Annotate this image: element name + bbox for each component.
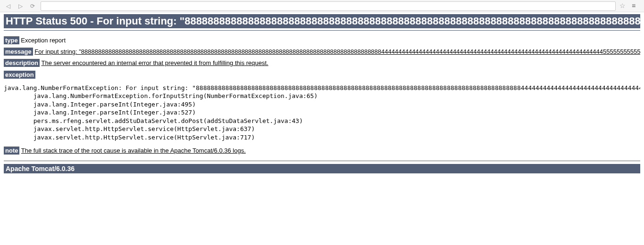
back-button[interactable]: ◁ bbox=[4, 2, 12, 10]
divider-bottom bbox=[4, 161, 640, 161]
menu-icon[interactable]: ≡ bbox=[632, 2, 640, 10]
bookmark-icon[interactable]: ☆ bbox=[619, 2, 628, 10]
server-footer: Apache Tomcat/6.0.36 bbox=[4, 164, 640, 173]
exception-trace: java.lang.NumberFormatException: For inp… bbox=[4, 84, 640, 142]
url-bar[interactable] bbox=[41, 1, 616, 11]
status-title: HTTP Status 500 - For input string: "888… bbox=[4, 14, 640, 28]
error-page: HTTP Status 500 - For input string: "888… bbox=[0, 12, 644, 175]
reload-button[interactable]: ⟳ bbox=[28, 2, 37, 10]
browser-chrome: ◁ ▷ ⟳ ☆ ≡ bbox=[0, 0, 644, 12]
type-label: type bbox=[4, 36, 19, 44]
message-line: message For input string: "8888888888888… bbox=[4, 48, 640, 56]
message-label: message bbox=[4, 48, 33, 56]
type-line: type Exception report bbox=[4, 36, 640, 45]
exception-label: exception bbox=[4, 71, 35, 79]
message-text: For input string: "888888888888888888888… bbox=[34, 48, 640, 55]
description-text: The server encountered an internal error… bbox=[41, 59, 268, 66]
divider bbox=[4, 30, 640, 31]
exception-line: exception bbox=[4, 71, 640, 79]
type-text: Exception report bbox=[21, 37, 66, 44]
description-label: description bbox=[4, 59, 40, 67]
note-text: The full stack trace of the root cause i… bbox=[21, 147, 246, 154]
note-label: note bbox=[4, 147, 19, 155]
forward-button[interactable]: ▷ bbox=[16, 2, 25, 10]
note-line: note The full stack trace of the root ca… bbox=[4, 147, 640, 155]
description-line: description The server encountered an in… bbox=[4, 59, 640, 67]
